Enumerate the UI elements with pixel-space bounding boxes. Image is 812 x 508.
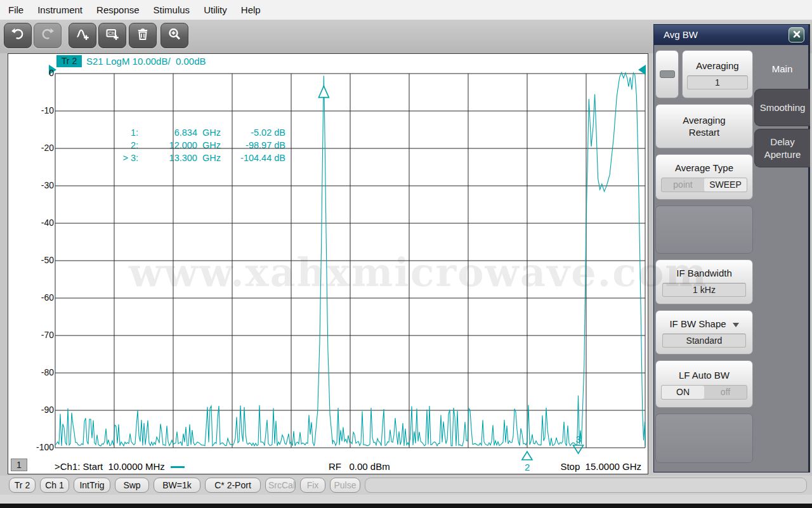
status-sweep-button[interactable]: Swp bbox=[115, 478, 149, 493]
averaging-button[interactable]: Averaging 1 bbox=[682, 50, 753, 98]
trace-color-dash bbox=[171, 466, 185, 468]
average-type-sweep-option[interactable]: SWEEP bbox=[704, 178, 747, 192]
panel-close-button[interactable] bbox=[789, 27, 804, 42]
averaging-label: Averaging bbox=[696, 60, 738, 72]
channel-number-box: 1 bbox=[11, 459, 27, 471]
if-bw-shape-label: IF BW Shape bbox=[669, 318, 738, 330]
menu-bar: File Instrument Response Stimulus Utilit… bbox=[0, 0, 812, 20]
redo-button[interactable] bbox=[34, 23, 62, 48]
status-srccal-button[interactable]: SrcCal bbox=[265, 478, 296, 493]
panel-title: Avg BW bbox=[654, 25, 808, 45]
plot-area[interactable]: 23 bbox=[8, 54, 649, 475]
avg-bw-panel: Avg BW Averaging 1 Averaging Restart Ave… bbox=[653, 24, 810, 472]
y-axis-label: -20 bbox=[21, 143, 54, 153]
averaging-restart-label: Averaging Restart bbox=[676, 114, 733, 138]
tab-smoothing[interactable]: Smoothing bbox=[754, 89, 810, 126]
plot-window: Tr 2 S21 LogM 10.00dB/ 0.00dB 1:6.834 GH… bbox=[8, 53, 648, 474]
average-type-point-option[interactable]: point bbox=[662, 178, 704, 192]
panel-tabs: Main Smoothing Delay Aperture bbox=[754, 51, 810, 167]
y-axis-label: -30 bbox=[21, 180, 54, 190]
close-icon bbox=[793, 29, 801, 41]
status-trace-button[interactable]: Tr 2 bbox=[9, 478, 36, 493]
trace-badge[interactable]: Tr 2 bbox=[56, 55, 82, 67]
y-axis-label: -50 bbox=[21, 255, 54, 265]
status-fix-button[interactable]: Fix bbox=[300, 478, 325, 493]
delete-button[interactable] bbox=[129, 23, 157, 48]
rf-power-label: RF 0.00 dBm bbox=[329, 461, 390, 472]
average-type-label: Average Type bbox=[675, 162, 733, 174]
blank-softkey bbox=[655, 414, 753, 463]
status-message-field bbox=[365, 478, 807, 493]
tab-delay-aperture[interactable]: Delay Aperture bbox=[754, 129, 810, 167]
svg-text:Ch: Ch bbox=[108, 30, 115, 36]
menu-instrument[interactable]: Instrument bbox=[30, 0, 89, 20]
zoom-icon bbox=[167, 27, 181, 44]
y-axis-label: -60 bbox=[21, 292, 54, 303]
y-axis-label: -40 bbox=[21, 218, 54, 228]
zoom-button[interactable] bbox=[160, 23, 188, 48]
averaging-toggle-button[interactable] bbox=[655, 50, 679, 98]
add-trace-icon bbox=[75, 27, 89, 44]
status-pulse-button[interactable]: Pulse bbox=[330, 478, 360, 493]
averaging-restart-button[interactable]: Averaging Restart bbox=[655, 104, 753, 148]
undo-icon bbox=[11, 27, 25, 44]
blank-softkey bbox=[655, 205, 753, 254]
status-bandwidth-button[interactable]: BW=1k bbox=[154, 478, 200, 493]
channel-start-label: >Ch1: Start 10.0000 MHz bbox=[55, 461, 185, 472]
lf-auto-bw-button[interactable]: LF Auto BW ON off bbox=[655, 360, 753, 408]
bottom-strip bbox=[0, 495, 812, 504]
y-axis-label: -10 bbox=[21, 105, 54, 115]
y-axis-label: 0 bbox=[21, 68, 54, 78]
tab-main[interactable]: Main bbox=[754, 51, 810, 86]
chevron-down-icon bbox=[733, 323, 739, 327]
add-channel-button[interactable]: Ch bbox=[98, 23, 126, 48]
if-bw-shape-button[interactable]: IF BW Shape Standard bbox=[655, 310, 753, 355]
trace-info-label: S21 LogM 10.00dB/ 0.00dB bbox=[86, 56, 206, 67]
lf-auto-bw-on-option[interactable]: ON bbox=[662, 386, 704, 399]
y-axis-label: -70 bbox=[21, 330, 54, 340]
menu-help[interactable]: Help bbox=[234, 0, 268, 20]
menu-file[interactable]: File bbox=[1, 0, 30, 20]
toggle-indicator-icon bbox=[660, 70, 675, 78]
y-axis-label: -90 bbox=[21, 405, 54, 415]
average-type-button[interactable]: Average Type point SWEEP bbox=[655, 154, 753, 200]
averaging-value[interactable]: 1 bbox=[687, 75, 748, 89]
svg-text:2: 2 bbox=[525, 462, 530, 472]
add-trace-button[interactable] bbox=[69, 23, 96, 48]
svg-text:3: 3 bbox=[576, 434, 581, 445]
lf-auto-bw-label: LF Auto BW bbox=[679, 369, 730, 381]
status-trigger-button[interactable]: IntTrig bbox=[74, 478, 110, 493]
lf-auto-bw-toggle: ON off bbox=[661, 385, 747, 400]
y-axis-label: -100 bbox=[21, 442, 54, 452]
undo-button[interactable] bbox=[4, 23, 32, 48]
status-channel-button[interactable]: Ch 1 bbox=[40, 478, 69, 493]
y-axis-label: -80 bbox=[21, 367, 54, 377]
menu-response[interactable]: Response bbox=[89, 0, 147, 20]
trash-icon bbox=[136, 27, 150, 44]
menu-utility[interactable]: Utility bbox=[197, 0, 234, 20]
status-bar: Tr 2 Ch 1 IntTrig Swp BW=1k C* 2-Port Sr… bbox=[0, 476, 812, 495]
menu-stimulus[interactable]: Stimulus bbox=[147, 0, 197, 20]
status-cal-button[interactable]: C* 2-Port bbox=[205, 478, 261, 493]
if-bw-shape-value[interactable]: Standard bbox=[662, 334, 746, 348]
add-channel-icon: Ch bbox=[105, 27, 119, 44]
average-type-toggle: point SWEEP bbox=[661, 178, 747, 192]
stop-frequency-label: Stop 15.0000 GHz bbox=[560, 461, 641, 472]
window-bottom-edge bbox=[0, 504, 812, 508]
lf-auto-bw-off-option[interactable]: off bbox=[704, 386, 747, 399]
redo-icon bbox=[41, 27, 55, 44]
